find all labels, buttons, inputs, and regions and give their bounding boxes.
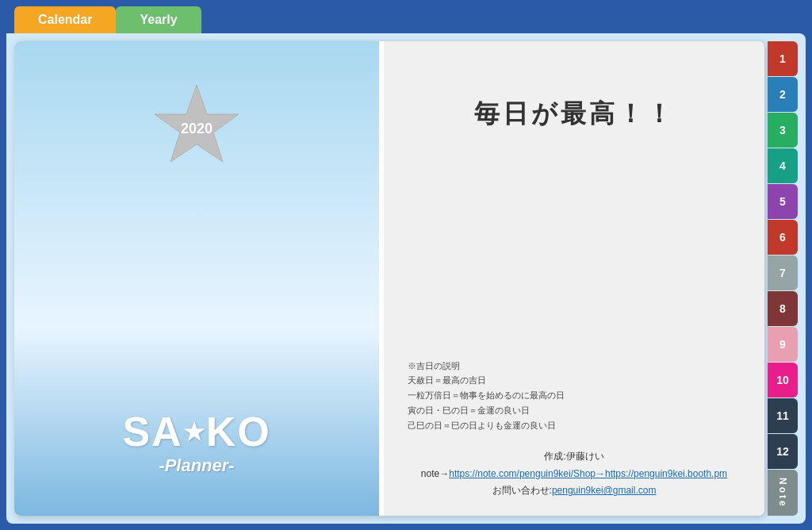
right-page: 毎日が最高！！ ※吉日の説明 天赦日＝最高の吉日一粒万倍日＝物事を始めるのに最高… — [384, 41, 764, 516]
side-tab-7[interactable]: 7 — [768, 255, 798, 290]
tab-calendar[interactable]: Calendar — [14, 6, 116, 33]
side-tab-12[interactable]: 12 — [768, 434, 798, 469]
cover-star: 2020 — [149, 81, 244, 176]
link1: note→https://note.com/penguin9kei/Shop→h… — [408, 466, 741, 483]
auspicious-item: 寅の日・巳の日＝金運の良い日 — [408, 403, 741, 418]
auspicious-item: 天赦日＝最高の吉日 — [408, 373, 741, 388]
link2-url[interactable]: penguin9kei@gmail.com — [552, 485, 657, 496]
side-tab-10[interactable]: 10 — [768, 363, 798, 398]
auspicious-item: 己巳の日＝巳の日よりも金運の良い日 — [408, 418, 741, 433]
brand-name: SA★KO — [122, 408, 270, 455]
side-tabs: 123456789101112Note — [768, 41, 798, 516]
side-tab-5[interactable]: 5 — [768, 184, 798, 219]
left-page: 2020 SA★KO -Planner- — [14, 41, 379, 516]
author-section: 作成:伊藤けい note→https://note.com/penguin9ke… — [408, 448, 741, 500]
side-tab-8[interactable]: 8 — [768, 291, 798, 326]
tab-calendar-label: Calendar — [38, 13, 92, 26]
brand-star-icon: ★ — [183, 418, 206, 446]
auspicious-header: ※吉日の説明 — [408, 359, 741, 374]
star-container: 2020 — [149, 81, 244, 176]
link2: お問い合わせ:penguin9kei@gmail.com — [408, 482, 741, 500]
link1-prefix: note→ — [421, 468, 449, 479]
tab-yearly-label: Yearly — [140, 13, 177, 26]
planner-subtitle: -Planner- — [122, 455, 270, 476]
side-tab-2[interactable]: 2 — [768, 77, 798, 112]
auspicious-box: ※吉日の説明 天赦日＝最高の吉日一粒万倍日＝物事を始めるのに最高の日寅の日・巳の… — [408, 359, 741, 432]
author-label: 作成:伊藤けい — [408, 448, 741, 466]
saiko-logo: SA★KO -Planner- — [122, 408, 270, 476]
side-tab-4[interactable]: 4 — [768, 148, 798, 183]
side-tab-9[interactable]: 9 — [768, 327, 798, 362]
side-tab-1[interactable]: 1 — [768, 41, 798, 76]
year-label: 2020 — [181, 121, 213, 137]
link2-prefix: お問い合わせ: — [492, 485, 552, 496]
link1-url[interactable]: https://note.com/penguin9kei/Shop→https:… — [449, 468, 727, 479]
book: 2020 SA★KO -Planner- 毎日が最高！！ ※吉日の説明 天赦日＝… — [14, 41, 764, 516]
main-title: 毎日が最高！！ — [408, 97, 741, 132]
side-tab-3[interactable]: 3 — [768, 113, 798, 148]
main-container: 2020 SA★KO -Planner- 毎日が最高！！ ※吉日の説明 天赦日＝… — [6, 33, 806, 524]
side-tab-11[interactable]: 11 — [768, 398, 798, 433]
auspicious-item: 一粒万倍日＝物事を始めるのに最高の日 — [408, 388, 741, 403]
tab-bar: Calendar Yearly — [6, 6, 806, 33]
tab-yearly[interactable]: Yearly — [116, 6, 201, 33]
side-tab-note[interactable]: Note — [768, 470, 798, 516]
side-tab-6[interactable]: 6 — [768, 220, 798, 255]
notes-section: ※吉日の説明 天赦日＝最高の吉日一粒万倍日＝物事を始めるのに最高の日寅の日・巳の… — [408, 343, 741, 500]
